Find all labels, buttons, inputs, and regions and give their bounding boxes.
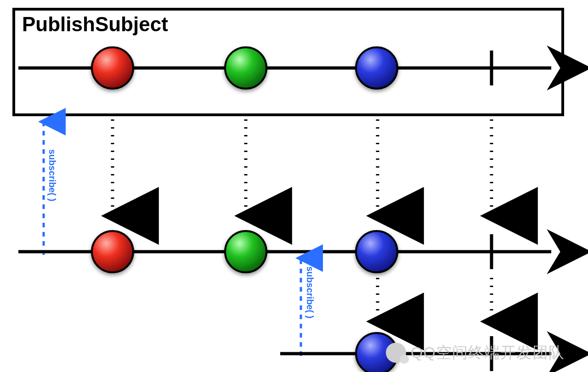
svg-point-3 <box>92 231 133 272</box>
marble-green-obs1 <box>225 231 266 272</box>
svg-point-1 <box>225 47 266 89</box>
subscribe-label-1: subscribe( ) <box>47 149 57 201</box>
diagram-title: PublishSubject <box>22 13 168 36</box>
subscribe-label-2: subscribe( ) <box>305 266 315 318</box>
diagram-canvas: { "title": "PublishSubject", "subscribe_… <box>0 0 588 372</box>
svg-point-0 <box>92 47 133 89</box>
marble-red-obs1 <box>92 231 133 272</box>
marble-red-source <box>92 47 133 89</box>
diagram-svg <box>0 0 588 372</box>
svg-point-5 <box>356 231 397 272</box>
marble-blue-obs1 <box>356 231 397 272</box>
wechat-icon <box>386 343 406 363</box>
watermark: QQ空间终端开发团队 <box>386 342 565 363</box>
marble-blue-source <box>356 47 397 89</box>
svg-point-2 <box>356 47 397 89</box>
marble-green-source <box>225 47 266 89</box>
svg-point-4 <box>225 231 266 272</box>
watermark-text: QQ空间终端开发团队 <box>411 342 565 363</box>
